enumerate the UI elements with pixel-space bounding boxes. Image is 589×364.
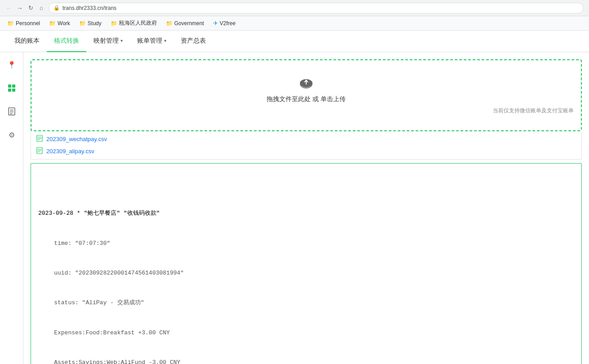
svg-rect-2 bbox=[8, 89, 11, 92]
sidebar: 📍 ⚙ bbox=[0, 52, 23, 364]
bookmark-work[interactable]: 📁 Work bbox=[45, 19, 74, 28]
file-item-alipay: 202309_alipay.csv bbox=[31, 145, 581, 157]
nav-label: 我的账本 bbox=[14, 37, 40, 45]
tx-detail: status: "AliPay - 交易成功" bbox=[38, 298, 574, 308]
bookmark-ouhai[interactable]: 📁 瓯海区人民政府 bbox=[107, 18, 161, 28]
bookmark-label: Government bbox=[174, 20, 204, 27]
file-list: 202309_wechatpay.csv 202309_alipay.csv bbox=[31, 131, 582, 160]
nav-label: 资产总表 bbox=[181, 37, 206, 45]
folder-icon: 📁 bbox=[79, 20, 86, 27]
chevron-down-icon: ▾ bbox=[120, 38, 123, 43]
lock-icon: 🔒 bbox=[54, 5, 60, 11]
bookmark-label: Personnel bbox=[16, 20, 40, 27]
upload-text: 拖拽文件至此处 或 单击上传 bbox=[267, 95, 346, 103]
tx-detail: time: "07:07:30" bbox=[38, 239, 574, 249]
bookmark-label: Study bbox=[88, 20, 102, 27]
home-button[interactable]: ⌂ bbox=[38, 4, 45, 12]
sidebar-document-icon[interactable] bbox=[4, 104, 19, 119]
file-item-wechat: 202309_wechatpay.csv bbox=[31, 133, 581, 145]
tx-header: 2023-09-28 * "鲍七早餐店" "收钱码收款" bbox=[38, 209, 574, 218]
nav-format-convert[interactable]: 格式转换 bbox=[47, 31, 86, 52]
bookmark-personnel[interactable]: 📁 Personnel bbox=[4, 19, 44, 28]
main-nav: 我的账本 格式转换 映射管理 ▾ 账单管理 ▾ 资产总表 bbox=[0, 31, 589, 52]
folder-icon: 📁 bbox=[49, 20, 56, 27]
file-name-wechat[interactable]: 202309_wechatpay.csv bbox=[46, 136, 107, 142]
sidebar-settings-icon[interactable]: ⚙ bbox=[4, 128, 19, 142]
forward-button[interactable]: → bbox=[16, 4, 23, 12]
nav-my-account[interactable]: 我的账本 bbox=[7, 31, 47, 52]
folder-icon: 📁 bbox=[111, 20, 117, 27]
bookmark-label: 瓯海区人民政府 bbox=[119, 19, 157, 27]
file-name-alipay[interactable]: 202309_alipay.csv bbox=[46, 148, 94, 155]
sidebar-grid-icon[interactable] bbox=[4, 81, 19, 95]
main-content: 拖拽文件至此处 或 单击上传 当前仅支持微信账单及支付宝账单 202309_we… bbox=[23, 52, 589, 364]
file-csv-icon bbox=[36, 135, 43, 143]
folder-icon: 📁 bbox=[7, 20, 14, 27]
nav-label: 账单管理 bbox=[137, 37, 162, 45]
nav-assets[interactable]: 资产总表 bbox=[174, 31, 213, 52]
bookmark-study[interactable]: 📁 Study bbox=[76, 19, 105, 28]
content-area: 📍 ⚙ bbox=[0, 52, 589, 364]
address-bar[interactable]: 🔒 trans.dhr2333.cn/trans bbox=[49, 3, 584, 13]
tx-detail: uuid: "20230928220001474561403081994" bbox=[38, 268, 574, 278]
bookmark-v2free[interactable]: ✈ V2free bbox=[210, 18, 239, 28]
upload-cloud-icon bbox=[298, 76, 314, 92]
chevron-down-icon: ▾ bbox=[164, 38, 166, 43]
tx-detail: Assets:Savings:Web:AliFund -3.00 CNY bbox=[38, 358, 574, 364]
browser-chrome: ← → ↻ ⌂ 🔒 trans.dhr2333.cn/trans bbox=[0, 0, 589, 16]
nav-mapping[interactable]: 映射管理 ▾ bbox=[86, 31, 130, 52]
folder-icon: 📁 bbox=[166, 20, 173, 27]
upload-dropzone[interactable]: 拖拽文件至此处 或 单击上传 当前仅支持微信账单及支付宝账单 bbox=[31, 59, 582, 131]
svg-rect-3 bbox=[12, 89, 15, 92]
bookmark-government[interactable]: 📁 Government bbox=[162, 19, 208, 28]
bookmark-label: Work bbox=[58, 20, 70, 27]
back-button[interactable]: ← bbox=[5, 4, 13, 12]
transaction-block-1: 2023-09-28 * "鲍七早餐店" "收钱码收款" time: "07:0… bbox=[38, 189, 574, 364]
url-text: trans.dhr2333.cn/trans bbox=[62, 5, 116, 11]
sidebar-location-icon[interactable]: 📍 bbox=[4, 58, 19, 72]
refresh-button[interactable]: ↻ bbox=[27, 4, 34, 12]
bookmark-label: V2free bbox=[220, 20, 236, 27]
upload-hint: 当前仅支持微信账单及支付宝账单 bbox=[493, 107, 581, 115]
nav-label: 映射管理 bbox=[94, 37, 119, 45]
svg-rect-0 bbox=[8, 84, 11, 88]
nav-label: 格式转换 bbox=[54, 37, 79, 45]
transaction-output: 2023-09-28 * "鲍七早餐店" "收钱码收款" time: "07:0… bbox=[31, 163, 582, 364]
file-csv-icon bbox=[36, 147, 43, 155]
bookmarks-bar: 📁 Personnel 📁 Work 📁 Study 📁 瓯海区人民政府 📁 G… bbox=[0, 16, 589, 31]
nav-account-manage[interactable]: 账单管理 ▾ bbox=[130, 31, 174, 52]
telegram-icon: ✈ bbox=[213, 20, 218, 27]
svg-rect-1 bbox=[12, 84, 15, 88]
tx-detail: Expenses:Food:Breakfast +3.00 CNY bbox=[38, 328, 574, 338]
